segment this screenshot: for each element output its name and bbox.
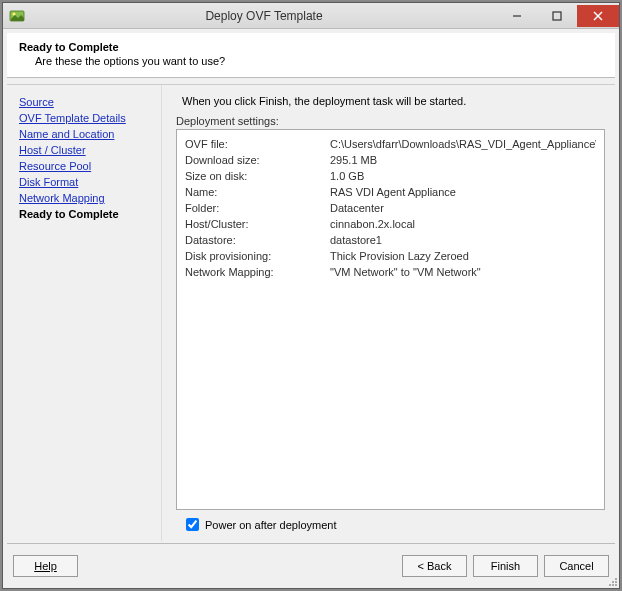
page-subtitle: Are these the options you want to use? [35, 55, 603, 67]
settings-label: Deployment settings: [176, 115, 605, 127]
svg-point-8 [615, 581, 617, 583]
wizard-main: When you click Finish, the deployment ta… [162, 85, 615, 541]
key: Size on disk: [185, 168, 330, 184]
val: cinnabon.2x.local [330, 216, 596, 232]
intro-text: When you click Finish, the deployment ta… [182, 95, 605, 107]
val: Thick Provision Lazy Zeroed [330, 248, 596, 264]
row-name: Name: RAS VDI Agent Appliance [185, 184, 596, 200]
close-button[interactable] [577, 5, 619, 27]
nav-step-ready[interactable]: Ready to Complete [19, 207, 153, 221]
dialog-window: Deploy OVF Template Ready to Complete Ar… [2, 2, 620, 589]
svg-rect-3 [553, 12, 561, 20]
key: OVF file: [185, 136, 330, 152]
nav-step-resource-pool[interactable]: Resource Pool [19, 159, 153, 173]
row-network-mapping: Network Mapping: "VM Network" to "VM Net… [185, 264, 596, 280]
key: Name: [185, 184, 330, 200]
key: Disk provisioning: [185, 248, 330, 264]
row-host-cluster: Host/Cluster: cinnabon.2x.local [185, 216, 596, 232]
svg-point-6 [615, 584, 617, 586]
key: Download size: [185, 152, 330, 168]
svg-point-10 [612, 581, 614, 583]
app-icon [9, 8, 25, 24]
nav-step-source[interactable]: Source [19, 95, 153, 109]
key: Network Mapping: [185, 264, 330, 280]
key: Host/Cluster: [185, 216, 330, 232]
power-on-checkbox[interactable] [186, 518, 199, 531]
wizard-body: Source OVF Template Details Name and Loc… [7, 84, 615, 541]
row-datastore: Datastore: datastore1 [185, 232, 596, 248]
wizard-footer: Help < Back Finish Cancel [3, 544, 619, 588]
power-on-checkbox-row[interactable]: Power on after deployment [176, 510, 605, 535]
resize-grip-icon[interactable] [606, 575, 618, 587]
cancel-button[interactable]: Cancel [544, 555, 609, 577]
titlebar[interactable]: Deploy OVF Template [3, 3, 619, 29]
row-size-on-disk: Size on disk: 1.0 GB [185, 168, 596, 184]
val: Datacenter [330, 200, 596, 216]
window-title: Deploy OVF Template [31, 9, 497, 23]
nav-step-host-cluster[interactable]: Host / Cluster [19, 143, 153, 157]
val: "VM Network" to "VM Network" [330, 264, 596, 280]
row-folder: Folder: Datacenter [185, 200, 596, 216]
wizard-header: Ready to Complete Are these the options … [7, 33, 615, 78]
svg-point-7 [612, 584, 614, 586]
key: Folder: [185, 200, 330, 216]
maximize-button[interactable] [537, 5, 577, 27]
finish-button[interactable]: Finish [473, 555, 538, 577]
nav-step-ovf-details[interactable]: OVF Template Details [19, 111, 153, 125]
window-controls [497, 5, 619, 27]
back-button[interactable]: < Back [402, 555, 467, 577]
row-disk-provisioning: Disk provisioning: Thick Provision Lazy … [185, 248, 596, 264]
nav-step-name-location[interactable]: Name and Location [19, 127, 153, 141]
row-download-size: Download size: 295.1 MB [185, 152, 596, 168]
power-on-label: Power on after deployment [205, 519, 336, 531]
val: 1.0 GB [330, 168, 596, 184]
key: Datastore: [185, 232, 330, 248]
val: C:\Users\dfarr\Downloads\RAS_VDI_Agent_A… [330, 136, 596, 152]
svg-point-9 [609, 584, 611, 586]
svg-point-11 [615, 578, 617, 580]
help-button[interactable]: Help [13, 555, 78, 577]
wizard-nav: Source OVF Template Details Name and Loc… [7, 85, 162, 541]
nav-step-disk-format[interactable]: Disk Format [19, 175, 153, 189]
nav-step-network-mapping[interactable]: Network Mapping [19, 191, 153, 205]
val: 295.1 MB [330, 152, 596, 168]
val: datastore1 [330, 232, 596, 248]
minimize-button[interactable] [497, 5, 537, 27]
val: RAS VDI Agent Appliance [330, 184, 596, 200]
page-title: Ready to Complete [19, 41, 603, 53]
settings-table: OVF file: C:\Users\dfarr\Downloads\RAS_V… [176, 129, 605, 510]
row-ovf-file: OVF file: C:\Users\dfarr\Downloads\RAS_V… [185, 136, 596, 152]
